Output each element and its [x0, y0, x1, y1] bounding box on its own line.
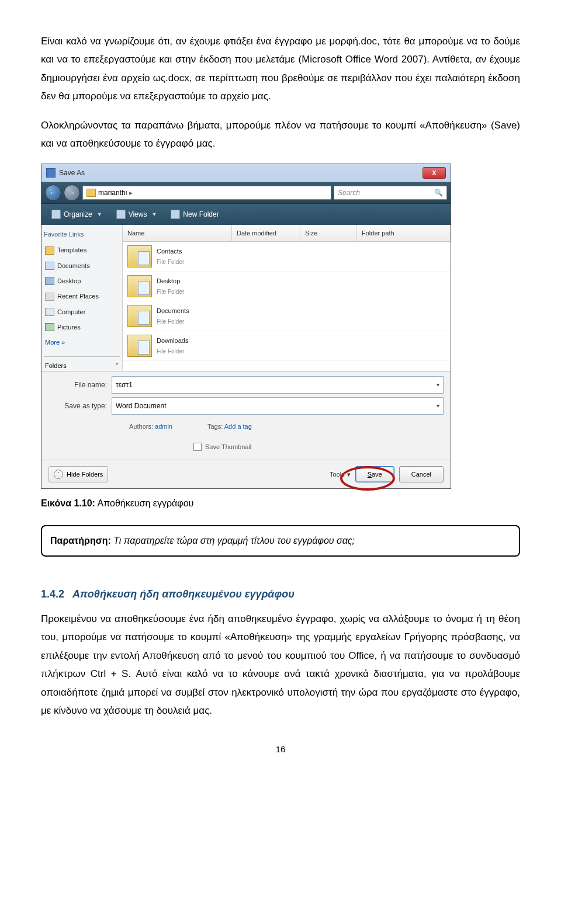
- close-button[interactable]: X: [423, 167, 446, 179]
- saveastype-select[interactable]: Word Document▾: [112, 397, 444, 415]
- checkbox-icon[interactable]: [193, 443, 202, 451]
- col-size[interactable]: Size: [300, 225, 357, 241]
- paragraph-1: Είναι καλό να γνωρίζουμε ότι, αν έχουμε …: [41, 32, 520, 106]
- breadcrumb-user: marianthi: [98, 186, 127, 199]
- search-icon: 🔍: [434, 186, 443, 199]
- save-button[interactable]: Save: [355, 466, 394, 482]
- section-heading: 1.4.2Αποθήκευση ήδη αποθηκευμένου εγγράφ…: [41, 585, 520, 604]
- chevron-down-icon: ▾: [437, 380, 439, 391]
- filename-label: File name:: [49, 378, 107, 391]
- folders-header[interactable]: Folders ˄: [44, 356, 120, 374]
- list-item[interactable]: DownloadsFile Folder: [123, 331, 451, 361]
- authors-value[interactable]: admin: [155, 423, 172, 430]
- sidebar-header: Favorite Links: [44, 228, 120, 240]
- sidebar: Favorite Links Templates Documents Deskt…: [41, 225, 123, 371]
- sidebar-item-templates[interactable]: Templates: [44, 242, 120, 258]
- chevron-down-icon: ▾: [347, 468, 351, 480]
- new-folder-button[interactable]: New Folder: [164, 206, 225, 223]
- paragraph-3: Προκειμένου να αποθηκεύσουμε ένα ήδη απο…: [41, 610, 520, 720]
- folder-icon: [127, 305, 152, 327]
- chevron-down-icon: ▼: [151, 210, 157, 220]
- breadcrumb-separator: ▸: [129, 186, 133, 199]
- file-listing: Name Date modified Size Folder path Cont…: [123, 225, 451, 371]
- dialog-title: Save As: [59, 166, 419, 179]
- col-date[interactable]: Date modified: [232, 225, 300, 241]
- list-item[interactable]: DocumentsFile Folder: [123, 301, 451, 331]
- search-input[interactable]: Search 🔍: [334, 186, 447, 200]
- filename-input[interactable]: τεστ1▾: [112, 376, 444, 394]
- views-button[interactable]: Views ▼: [110, 206, 164, 223]
- list-item[interactable]: ContactsFile Folder: [123, 242, 451, 272]
- figure-caption: Εικόνα 1.10: Αποθήκευση εγγράφου: [41, 495, 520, 512]
- organize-button[interactable]: Organize ▼: [45, 206, 109, 223]
- views-icon: [116, 210, 126, 219]
- folder-icon: [45, 246, 54, 255]
- paragraph-2: Ολοκληρώνοντας τα παραπάνω βήματα, μπορο…: [41, 116, 520, 153]
- tools-menu[interactable]: Tools ▾: [330, 468, 351, 480]
- sidebar-item-pictures[interactable]: Pictures: [44, 319, 120, 335]
- chevron-up-icon: ˄: [54, 470, 63, 479]
- save-as-dialog: Save As X ← → marianthi ▸ Search 🔍 Organ…: [41, 164, 451, 489]
- back-button[interactable]: ←: [45, 185, 61, 201]
- list-item[interactable]: DesktopFile Folder: [123, 272, 451, 301]
- sidebar-item-desktop[interactable]: Desktop: [44, 273, 120, 289]
- dialog-footer: ˄ Hide Folders Tools ▾ Save Cancel: [41, 460, 451, 488]
- tags-value[interactable]: Add a tag: [224, 423, 252, 430]
- search-placeholder: Search: [338, 186, 360, 199]
- saveastype-label: Save as type:: [49, 400, 107, 412]
- metadata-row: Authors: admin Tags: Add a tag: [112, 418, 444, 435]
- col-folderpath[interactable]: Folder path: [357, 225, 451, 241]
- dialog-body: Favorite Links Templates Documents Deskt…: [41, 225, 451, 371]
- folder-icon: [127, 245, 152, 268]
- save-thumbnail-row[interactable]: Save Thumbnail: [112, 439, 444, 455]
- page-number: 16: [41, 741, 520, 758]
- titlebar: Save As X: [41, 164, 451, 182]
- save-fields: File name: τεστ1▾ Save as type: Word Doc…: [41, 371, 451, 460]
- cancel-button[interactable]: Cancel: [399, 466, 444, 482]
- hide-folders-button[interactable]: ˄ Hide Folders: [49, 466, 108, 482]
- breadcrumb[interactable]: marianthi ▸: [82, 186, 331, 200]
- chevron-down-icon: ▼: [97, 210, 102, 220]
- col-name[interactable]: Name: [123, 225, 232, 241]
- recent-places-icon: [45, 293, 54, 301]
- folder-icon: [86, 189, 96, 197]
- sidebar-item-computer[interactable]: Computer: [44, 304, 120, 319]
- observation-box: Παρατήρηση: Τι παρατηρείτε τώρα στη γραμ…: [41, 525, 520, 557]
- sidebar-item-documents[interactable]: Documents: [44, 258, 120, 273]
- forward-button[interactable]: →: [64, 185, 80, 201]
- navigation-bar: ← → marianthi ▸ Search 🔍: [41, 182, 451, 203]
- chevron-down-icon: ▾: [437, 401, 439, 412]
- computer-icon: [45, 308, 54, 316]
- word-doc-icon: [46, 168, 56, 178]
- desktop-icon: [45, 277, 54, 285]
- sidebar-item-recent-places[interactable]: Recent Places: [44, 289, 120, 304]
- new-folder-icon: [171, 210, 180, 219]
- documents-icon: [45, 262, 54, 270]
- folder-icon: [127, 275, 152, 297]
- organize-icon: [51, 210, 61, 219]
- pictures-icon: [45, 323, 54, 331]
- folder-icon: [127, 335, 152, 357]
- column-headers: Name Date modified Size Folder path: [123, 225, 451, 242]
- sidebar-more[interactable]: More »: [44, 335, 120, 350]
- toolbar: Organize ▼ Views ▼ New Folder: [41, 203, 451, 225]
- chevron-up-icon: ˄: [116, 360, 119, 371]
